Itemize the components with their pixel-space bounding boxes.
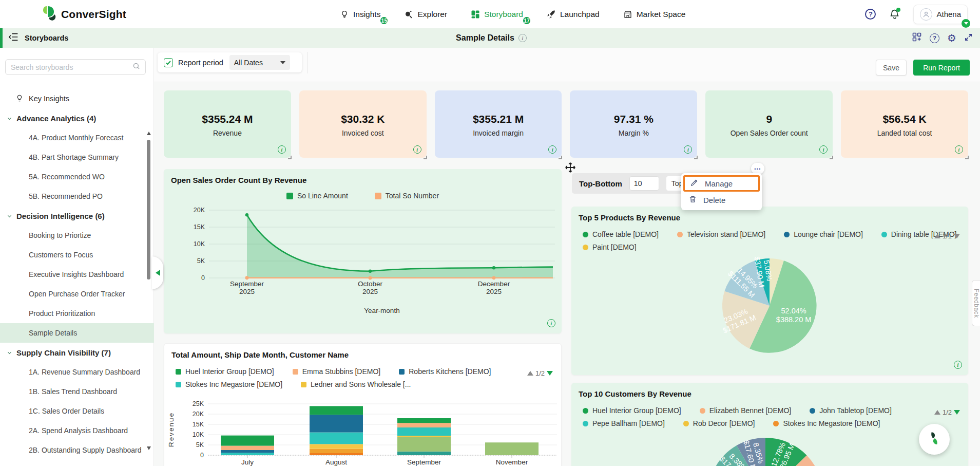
storyboard-help-icon[interactable]: ?: [930, 33, 939, 43]
resize-handle[interactable]: [424, 156, 427, 159]
sidebar-group-supply-chain-visibility-7[interactable]: Supply Chain Visibility (7): [0, 343, 154, 362]
expand-icon[interactable]: [964, 33, 973, 44]
kpi-label: Landed total cost: [841, 129, 968, 137]
sidebar-item-1c-sales-order-details[interactable]: 1C. Sales Order Details: [0, 401, 154, 421]
gear-icon[interactable]: ⚙: [947, 33, 956, 43]
svg-text:August: August: [325, 458, 347, 466]
legend-item-huel-interior-group-demo[interactable]: Huel Interior Group [DEMO]: [176, 367, 274, 376]
legend-item-ledner-and-sons-wholesale[interactable]: Ledner and Sons Wholesale [...: [301, 380, 411, 388]
resize-handle[interactable]: [694, 156, 698, 159]
kpi-label: Invoiced cost: [299, 129, 427, 137]
svg-text:2025: 2025: [486, 288, 502, 295]
nav-item-insights[interactable]: Insights15: [340, 10, 380, 19]
top-bottom-count-input[interactable]: [629, 176, 659, 191]
info-icon[interactable]: i: [684, 145, 692, 154]
sidebar-item-customers-to-focus[interactable]: Customers to Focus: [0, 245, 154, 265]
resize-handle[interactable]: [288, 156, 292, 159]
date-filter-dropdown[interactable]: All Dates: [229, 55, 290, 70]
nav-item-label: Market Space: [637, 10, 686, 19]
kpi-card-landed-total-cost: $56.54 KLanded total costi: [841, 90, 968, 158]
resize-handle[interactable]: [830, 156, 833, 159]
info-icon[interactable]: i: [955, 145, 963, 154]
page-info-icon[interactable]: i: [518, 34, 527, 42]
sidebar-item-sample-details[interactable]: Sample Details: [0, 323, 154, 343]
sidebar-item-1a-revenue-summary-dashboard[interactable]: 1A. Revenue Summary Dashboard: [0, 362, 154, 382]
widget-menu-icon[interactable]: ⋯: [751, 163, 764, 174]
sidebar-item-4b-part-shortage-summary[interactable]: 4B. Part Shortage Summary: [0, 147, 154, 167]
legend-swatch: [293, 369, 298, 375]
nav-item-market-space[interactable]: Market Space: [623, 10, 686, 19]
legend-item-total-so-number[interactable]: Total So Number: [375, 192, 439, 200]
legend-item-emma-stubbins-demo[interactable]: Emma Stubbins [DEMO]: [293, 367, 381, 376]
help-icon[interactable]: ?: [865, 9, 876, 20]
sidebar-group-label: Supply Chain Visibility (7): [16, 348, 111, 357]
report-period-checkbox[interactable]: [164, 58, 173, 67]
chevron-left-icon: [156, 270, 160, 276]
add-widget-icon[interactable]: [912, 32, 922, 44]
nav-item-launchpad[interactable]: Launchpad: [547, 10, 600, 19]
sidebar-scroll-up-icon[interactable]: [147, 132, 151, 135]
pie-chart: 52.04%$388.20 M23.03%$171.81 M14.95%$111…: [571, 207, 968, 375]
info-icon[interactable]: i: [413, 145, 421, 154]
sidebar-item-booking-to-priortize[interactable]: Booking to Priortize: [0, 226, 154, 245]
sidebar-scroll-down-icon[interactable]: [147, 446, 151, 450]
sidebar-item-executive-insights-dashboard[interactable]: Executive Insights Dashboard: [0, 265, 154, 284]
svg-text:10K: 10K: [194, 240, 205, 248]
storyboard-subheader: Storyboards Sample Details i ? ⚙: [0, 28, 980, 48]
sidebar-group-decision-intelligence-6[interactable]: Decision Intelligence (6): [0, 206, 154, 226]
sidebar-item-2b-outstanding-supply-dashboard[interactable]: 2B. Outstanding Supply Dashboard: [0, 440, 154, 460]
kpi-label: Open Sales Order count: [705, 129, 833, 137]
menu-item-delete[interactable]: Delete: [683, 192, 760, 208]
sidebar-item-4a-product-monthly-forecast[interactable]: 4A. Product Monthly Forecast: [0, 128, 154, 147]
drag-move-icon[interactable]: [565, 162, 576, 175]
page-down-icon[interactable]: [547, 371, 553, 376]
page-up-icon[interactable]: [527, 371, 533, 376]
assistant-launcher-button[interactable]: [919, 424, 950, 455]
bulb-icon: [15, 94, 24, 104]
sidebar-group-advance-analytics-4[interactable]: Advance Analytics (4): [0, 108, 154, 128]
sidebar-item-product-prioritization[interactable]: Product Prioritization: [0, 304, 154, 323]
info-icon[interactable]: i: [278, 145, 286, 154]
sidebar-item-1b-sales-trend-dashboard[interactable]: 1B. Sales Trend Dashboard: [0, 382, 154, 401]
legend-item-stokes-inc-megastore-demo[interactable]: Stokes Inc Megastore [DEMO]: [176, 380, 282, 388]
storyboard-canvas: Report period All Dates Save Run Report …: [154, 48, 980, 466]
legend-item-roberts-kitchens-demo[interactable]: Roberts Kitchens [DEMO]: [399, 367, 491, 376]
sidebar-scrollbar[interactable]: [147, 140, 150, 279]
search-input[interactable]: [11, 63, 128, 71]
run-report-button[interactable]: Run Report: [913, 60, 970, 76]
sidebar-item-5a-recommended-wo[interactable]: 5A. Recommended WO: [0, 167, 154, 187]
nav-right-cluster: ? Athena: [865, 0, 968, 28]
kpi-value: $355.21 M: [435, 113, 562, 125]
legend-label: Roberts Kitchens [DEMO]: [409, 367, 491, 376]
user-menu[interactable]: Athena: [913, 5, 968, 24]
chevron-down-icon: [7, 348, 12, 357]
svg-text:September: September: [407, 458, 441, 466]
legend-swatch: [286, 193, 293, 199]
feedback-tab[interactable]: Feedback: [972, 280, 980, 326]
sidebar-item-5b-recommended-po[interactable]: 5B. Recommended PO: [0, 187, 154, 206]
sidebar-item-key-insights[interactable]: Key Insights: [0, 89, 154, 108]
info-icon[interactable]: i: [548, 145, 556, 154]
legend-label: So Line Amount: [297, 192, 348, 200]
resize-handle[interactable]: [965, 156, 969, 159]
sidebar-group-label: Decision Intelligence (6): [16, 212, 105, 220]
info-icon[interactable]: i: [547, 319, 555, 327]
resize-handle[interactable]: [559, 156, 562, 159]
legend-item-so-line-amount[interactable]: So Line Amount: [286, 192, 348, 200]
menu-item-manage[interactable]: Manage: [683, 175, 760, 192]
svg-text:52.04%$388.20 M: 52.04%$388.20 M: [776, 307, 812, 324]
search-icon[interactable]: [132, 62, 140, 72]
sidebar-item-open-purchase-order-tracker[interactable]: Open Purchase Order Tracker: [0, 284, 154, 304]
sidebar-item-2a-spend-analysis-dashboard[interactable]: 2A. Spend Analysis Dashboard: [0, 421, 154, 440]
svg-text:5K: 5K: [197, 257, 205, 265]
panel-title: Open Sales Order Count By Revenue: [171, 176, 306, 184]
nav-badge: 15: [379, 16, 389, 25]
svg-text:10K: 10K: [193, 431, 204, 438]
nav-item-storyboard[interactable]: Storyboard17: [471, 10, 523, 19]
kpi-card-open-sales-order-count: 9Open Sales Order counti: [705, 90, 833, 158]
info-icon[interactable]: i: [819, 145, 828, 154]
info-icon[interactable]: i: [954, 361, 962, 369]
save-button[interactable]: Save: [876, 60, 907, 76]
notifications-bell-icon[interactable]: [889, 9, 900, 20]
nav-item-explorer[interactable]: Explorer: [404, 10, 447, 19]
